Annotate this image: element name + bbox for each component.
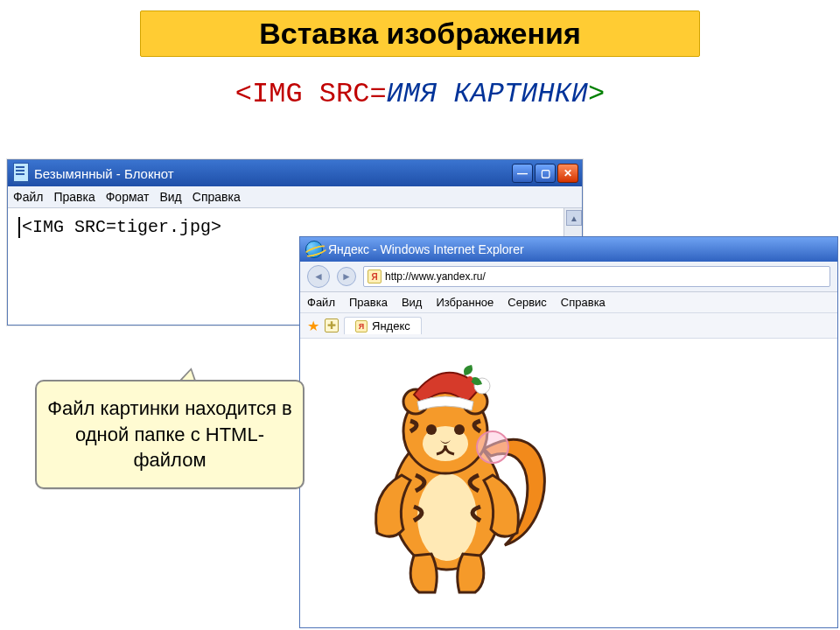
ie-page (300, 339, 837, 620)
ie-menu-file[interactable]: Файл (307, 296, 335, 309)
close-button[interactable]: ✕ (557, 164, 578, 183)
ie-menu-help[interactable]: Справка (561, 296, 606, 309)
ie-title-text: Яндекс - Windows Internet Explorer (328, 242, 524, 256)
callout-note: Файл картинки находится в одной папке с … (35, 380, 304, 489)
scroll-up-icon[interactable]: ▲ (566, 210, 582, 226)
notepad-text: <IMG SRC=tiger.jpg> (22, 217, 221, 237)
svg-point-9 (454, 424, 465, 435)
address-bar[interactable]: Я http://www.yandex.ru/ (363, 266, 830, 287)
star-icon[interactable]: ★ (307, 318, 319, 334)
menu-file[interactable]: Файл (13, 190, 43, 204)
ie-toolbar2: ★ ✚ Я Яндекс (300, 313, 837, 339)
menu-format[interactable]: Формат (106, 190, 150, 204)
ie-menu-tools[interactable]: Сервис (508, 296, 547, 309)
code-blue: ИМЯ КАРТИНКИ (387, 78, 588, 110)
ie-menubar: Файл Правка Вид Избранное Сервис Справка (300, 292, 837, 313)
back-button[interactable]: ◄ (307, 265, 330, 288)
tab-favicon-icon: Я (355, 320, 368, 332)
code-example: <IMG SRC=ИМЯ КАРТИНКИ> (0, 78, 840, 110)
forward-button[interactable]: ► (337, 267, 356, 286)
ie-toolbar: ◄ ► Я http://www.yandex.ru/ (300, 262, 837, 292)
ie-window: Яндекс - Windows Internet Explorer ◄ ► Я… (299, 236, 838, 628)
ie-menu-favorites[interactable]: Избранное (436, 296, 494, 309)
notepad-icon (13, 163, 29, 184)
svg-point-7 (467, 376, 472, 382)
menu-help[interactable]: Справка (192, 190, 241, 204)
svg-point-1 (417, 473, 477, 561)
ie-menu-edit[interactable]: Правка (349, 296, 388, 309)
ie-titlebar: Яндекс - Windows Internet Explorer (300, 237, 837, 262)
menu-view[interactable]: Вид (159, 190, 181, 204)
svg-point-10 (477, 431, 508, 463)
add-favorite-icon[interactable]: ✚ (325, 318, 339, 332)
url-text: http://www.yandex.ru/ (385, 270, 486, 283)
tiger-image (333, 353, 561, 606)
notepad-titlebar: Безымянный - Блокнот — ▢ ✕ (8, 160, 582, 186)
maximize-button[interactable]: ▢ (535, 164, 556, 183)
code-green: > (588, 78, 605, 110)
svg-point-8 (426, 424, 437, 435)
menu-edit[interactable]: Правка (53, 190, 94, 204)
notepad-title-text: Безымянный - Блокнот (34, 166, 174, 181)
ie-menu-view[interactable]: Вид (402, 296, 423, 309)
slide-title: Вставка изображения (140, 10, 700, 57)
yandex-favicon-icon: Я (368, 270, 382, 284)
browser-tab[interactable]: Я Яндекс (344, 317, 422, 334)
code-red: <IMG SRC= (235, 78, 387, 110)
ie-icon (305, 241, 323, 258)
minimize-button[interactable]: — (512, 164, 533, 183)
tab-label: Яндекс (372, 319, 410, 332)
notepad-menubar: Файл Правка Формат Вид Справка (8, 186, 582, 208)
